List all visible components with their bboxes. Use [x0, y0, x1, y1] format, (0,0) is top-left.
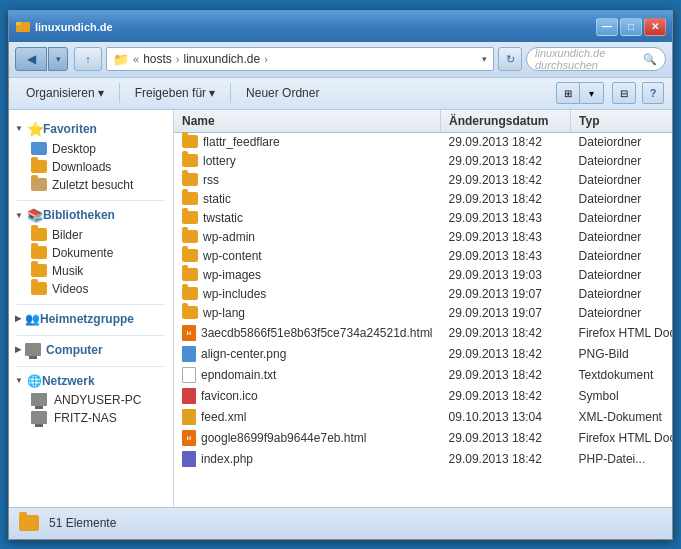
folder-icon [182, 287, 198, 300]
network-header[interactable]: ▼ 🌐 Netzwerk [9, 371, 173, 391]
table-row[interactable]: wp-includes 29.09.2013 19:07 Dateiordner [174, 284, 672, 303]
title-bar-controls: — □ ✕ [596, 18, 666, 36]
organize-label: Organisieren [26, 86, 95, 100]
back-button[interactable]: ◀ [15, 47, 47, 71]
search-box[interactable]: linuxundich.de durchsuchen 🔍 [526, 47, 666, 71]
recent-icon [31, 178, 47, 191]
sidebar-fritz-label: FRITZ-NAS [54, 411, 117, 425]
file-name-cell: wp-includes [174, 284, 441, 303]
file-name-cell: H google8699f9ab9644e7eb.html [174, 427, 441, 448]
file-name: index.php [201, 452, 253, 466]
sidebar-item-fritz[interactable]: FRITZ-NAS [9, 409, 173, 427]
organize-button[interactable]: Organisieren ▾ [17, 80, 113, 106]
file-area: Name Änderungsdatum Typ Größe flattr_fee… [174, 110, 672, 507]
path-domain: linuxundich.de [183, 52, 260, 66]
sidebar-item-andyuser[interactable]: ANDYUSER-PC [9, 391, 173, 409]
file-name: wp-admin [203, 230, 255, 244]
pictures-icon [31, 228, 47, 241]
address-path[interactable]: 📁 « hosts › linuxundich.de › ▾ [106, 47, 494, 71]
table-row[interactable]: H google8699f9ab9644e7eb.html 29.09.2013… [174, 427, 672, 448]
file-name: wp-images [203, 268, 261, 282]
table-row[interactable]: wp-content 29.09.2013 18:43 Dateiordner [174, 246, 672, 265]
toolbar-separator-1 [119, 83, 120, 103]
sidebar-item-videos[interactable]: Videos [9, 280, 173, 298]
table-row[interactable]: index.php 29.09.2013 18:42 PHP-Datei... [174, 448, 672, 469]
computer-icon [25, 343, 41, 356]
homegroup-section: ▶ 👥 Heimnetzgruppe [9, 309, 173, 329]
libraries-header[interactable]: ▼ 📚 Bibliotheken [9, 205, 173, 226]
path-sep2: › [176, 53, 180, 65]
table-row[interactable]: wp-lang 29.09.2013 19:07 Dateiordner [174, 303, 672, 322]
folder-icon [182, 306, 198, 319]
close-button[interactable]: ✕ [644, 18, 666, 36]
sidebar-item-music[interactable]: Musik [9, 262, 173, 280]
folder-icon [182, 154, 198, 167]
sidebar-recent-label: Zuletzt besucht [52, 178, 133, 192]
favorites-expand-icon: ▼ [15, 124, 23, 133]
sidebar-item-pictures[interactable]: Bilder [9, 226, 173, 244]
minimize-button[interactable]: — [596, 18, 618, 36]
share-arrow: ▾ [209, 86, 215, 100]
sidebar-videos-label: Videos [52, 282, 88, 296]
refresh-button[interactable]: ↻ [498, 47, 522, 71]
file-type: Dateiordner [571, 170, 672, 189]
file-name: wp-content [203, 249, 262, 263]
view-mode-button[interactable]: ⊞ [556, 82, 580, 104]
file-name-cell: favicon.ico [174, 385, 441, 406]
network-icon: 🌐 [27, 374, 42, 388]
status-count: 51 Elemente [49, 516, 116, 530]
php-icon [182, 451, 196, 467]
folder-icon [182, 249, 198, 262]
maximize-button[interactable]: □ [620, 18, 642, 36]
column-name[interactable]: Name [174, 110, 441, 133]
address-bar: ◀ ▾ ↑ 📁 « hosts › linuxundich.de › ▾ ↻ l… [9, 42, 672, 78]
table-row[interactable]: H 3aecdb5866f51e8b63f5ce734a24521d.html … [174, 322, 672, 343]
table-row[interactable]: feed.xml 09.10.2013 13:04 XML-Dokument [174, 406, 672, 427]
table-row[interactable]: epndomain.txt 29.09.2013 18:42 Textdokum… [174, 364, 672, 385]
status-folder-icon [19, 515, 39, 531]
up-button[interactable]: ↑ [74, 47, 102, 71]
sidebar-divider-4 [17, 366, 165, 367]
table-row[interactable]: wp-admin 29.09.2013 18:43 Dateiordner [174, 227, 672, 246]
file-type: Dateiordner [571, 227, 672, 246]
new-folder-button[interactable]: Neuer Ordner [237, 80, 328, 106]
table-row[interactable]: twstatic 29.09.2013 18:43 Dateiordner [174, 208, 672, 227]
sidebar-item-downloads[interactable]: Downloads [9, 158, 173, 176]
sidebar-item-documents[interactable]: Dokumente [9, 244, 173, 262]
table-row[interactable]: static 29.09.2013 18:42 Dateiordner [174, 189, 672, 208]
file-type: Dateiordner [571, 132, 672, 151]
share-button[interactable]: Freigeben für ▾ [126, 80, 224, 106]
preview-pane-button[interactable]: ⊟ [612, 82, 636, 104]
file-type: Dateiordner [571, 303, 672, 322]
favorites-header[interactable]: ▼ ⭐ Favoriten [9, 118, 173, 140]
file-name-cell: align-center.png [174, 343, 441, 364]
path-dropdown-arrow[interactable]: ▾ [482, 54, 487, 64]
table-row[interactable]: lottery 29.09.2013 18:42 Dateiordner [174, 151, 672, 170]
fritz-icon [31, 411, 47, 424]
folder-icon [182, 211, 198, 224]
column-type[interactable]: Typ [571, 110, 672, 133]
file-name: flattr_feedflare [203, 135, 280, 149]
file-name-cell: feed.xml [174, 406, 441, 427]
table-row[interactable]: flattr_feedflare 29.09.2013 18:42 Dateio… [174, 132, 672, 151]
libraries-label: Bibliotheken [43, 208, 115, 222]
table-row[interactable]: favicon.ico 29.09.2013 18:42 Symbol [174, 385, 672, 406]
homegroup-header[interactable]: ▶ 👥 Heimnetzgruppe [9, 309, 173, 329]
html-icon: H [182, 325, 196, 341]
computer-header[interactable]: ▶ Computer [9, 340, 173, 360]
sidebar-item-desktop[interactable]: Desktop [9, 140, 173, 158]
homegroup-expand-icon: ▶ [15, 314, 21, 323]
forward-dropdown[interactable]: ▾ [48, 47, 68, 71]
help-button[interactable]: ? [642, 82, 664, 104]
table-row[interactable]: align-center.png 29.09.2013 18:42 PNG-Bi… [174, 343, 672, 364]
file-modified: 09.10.2013 13:04 [441, 406, 571, 427]
column-modified[interactable]: Änderungsdatum [441, 110, 571, 133]
file-modified: 29.09.2013 18:42 [441, 170, 571, 189]
file-list-container[interactable]: Name Änderungsdatum Typ Größe flattr_fee… [174, 110, 672, 507]
file-type: Textdokument [571, 364, 672, 385]
sidebar-item-recent[interactable]: Zuletzt besucht [9, 176, 173, 194]
view-mode-dropdown[interactable]: ▾ [580, 82, 604, 104]
table-row[interactable]: rss 29.09.2013 18:42 Dateiordner [174, 170, 672, 189]
search-icon[interactable]: 🔍 [643, 53, 657, 66]
table-row[interactable]: wp-images 29.09.2013 19:03 Dateiordner [174, 265, 672, 284]
